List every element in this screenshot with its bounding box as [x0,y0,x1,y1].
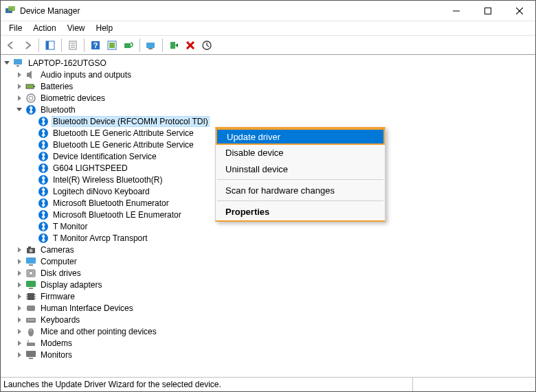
tree-device-label: G604 LIGHTSPEED [52,163,129,174]
expand-toggle-icon[interactable] [14,292,24,301]
hid-icon [25,303,36,314]
tree-category[interactable]: Audio inputs and outputs [14,69,535,80]
svg-rect-7 [46,41,49,49]
expand-spacer [27,152,36,161]
bluetooth-icon [38,174,49,185]
properties-button[interactable] [65,38,80,53]
enable-device-button[interactable] [166,38,181,53]
context-menu-separator [217,179,383,180]
svg-rect-46 [29,264,33,266]
expand-toggle-icon[interactable] [14,327,24,336]
uninstall-device-button[interactable] [183,38,198,53]
expand-toggle-icon[interactable] [14,268,24,278]
context-menu-item[interactable]: Update driver [216,128,385,145]
expand-toggle-icon[interactable] [14,93,24,103]
menu-view[interactable]: View [62,22,91,34]
bluetooth-icon [25,104,36,115]
tree-device[interactable]: Bluetooth Device (RFCOMM Protocol TDI) [27,115,535,127]
tree-root[interactable]: LAPTOP-162UTGSO [2,57,535,69]
tree-category[interactable]: Human Interface Devices [14,302,535,314]
keyboard-icon [25,314,36,325]
tree-category-label: Biometric devices [39,93,107,104]
expand-spacer [27,222,36,231]
tree-category[interactable]: Bluetooth [14,104,535,115]
help-button[interactable]: ? [88,38,103,53]
bluetooth-icon [38,186,49,197]
maximize-button[interactable] [472,1,504,21]
menu-file[interactable]: File [3,22,27,34]
svg-rect-16 [124,43,131,48]
expand-toggle-icon[interactable] [14,245,24,255]
menu-action[interactable]: Action [27,22,61,34]
tree-category-label: Display adapters [39,279,103,290]
monitor-icon [25,256,36,267]
svg-rect-23 [14,59,22,65]
tree-category[interactable]: Keyboards [14,314,535,325]
tree-device-label: Bluetooth LE Generic Attribute Service [52,139,195,150]
back-button[interactable] [3,38,19,53]
tree-device[interactable]: T Monitor Avrcp Transport [27,232,535,244]
expand-toggle-icon[interactable] [14,70,24,80]
tree-device-label: Bluetooth LE Generic Attribute Service [52,128,195,139]
disk-icon [25,268,36,279]
tree-category[interactable]: Modems [14,337,535,349]
expand-toggle-icon[interactable] [14,350,24,360]
tree-device-label: Microsoft Bluetooth Enumerator [52,198,170,209]
expand-toggle-icon[interactable] [14,280,24,290]
show-hide-tree-button[interactable] [43,38,58,53]
tree-category[interactable]: Batteries [14,80,535,92]
legacy-hardware-button[interactable] [199,38,214,53]
menu-help[interactable]: Help [91,22,119,34]
expand-toggle-icon[interactable] [14,315,24,325]
monitor2-icon [25,349,36,360]
display-icon [25,279,36,290]
tree-device[interactable]: T Monitor [27,220,535,232]
svg-text:?: ? [93,41,98,49]
expand-spacer [27,140,36,150]
action-button[interactable] [104,38,120,53]
tree-category[interactable]: Biometric devices [14,92,535,104]
tree-device-label: Bluetooth Device (RFCOMM Protocol TDI) [52,116,210,127]
toolbar-separator [84,38,85,52]
update-driver-button[interactable] [144,38,159,53]
svg-point-43 [30,249,33,252]
tree-category[interactable]: Computer [14,255,535,267]
camera-icon [25,244,36,255]
scan-hardware-button[interactable] [121,38,136,53]
tree-category[interactable]: Firmware [14,290,535,302]
expand-toggle-icon[interactable] [14,257,24,266]
expand-spacer [27,198,36,208]
minimize-button[interactable] [440,1,472,21]
toolbar-separator [139,38,140,52]
expand-toggle-icon[interactable] [2,58,12,68]
expand-spacer [27,210,36,220]
tree-category-label: Monitors [39,349,74,360]
tree-category[interactable]: Disk drives [14,267,535,279]
context-menu: Update driverDisable deviceUninstall dev… [215,127,386,222]
status-spacer [413,378,535,391]
tree-category[interactable]: Cameras [14,244,535,255]
svg-rect-27 [34,86,35,87]
expand-toggle-icon[interactable] [14,303,24,313]
expand-toggle-icon[interactable] [14,105,24,115]
expand-toggle-icon[interactable] [14,82,24,91]
svg-rect-1 [8,6,15,11]
context-menu-item[interactable]: Disable device [216,144,385,161]
svg-point-28 [27,94,35,102]
svg-rect-24 [16,65,19,67]
expand-toggle-icon[interactable] [14,338,24,348]
expand-spacer [27,175,36,185]
context-menu-item[interactable]: Uninstall device [216,161,385,177]
tree-category[interactable]: Mice and other pointing devices [14,325,535,337]
bluetooth-icon [38,198,49,209]
svg-rect-25 [27,73,29,77]
tree-category[interactable]: Monitors [14,349,535,360]
expand-spacer [27,163,36,173]
context-menu-item[interactable]: Scan for hardware changes [216,182,385,198]
tree-category[interactable]: Display adapters [14,279,535,290]
close-button[interactable] [504,1,535,21]
forward-button[interactable] [20,38,35,53]
tree-device-label: Microsoft Bluetooth LE Enumerator [52,209,183,220]
context-menu-item[interactable]: Properties [216,203,385,220]
tree-category-label: Audio inputs and outputs [39,69,133,80]
